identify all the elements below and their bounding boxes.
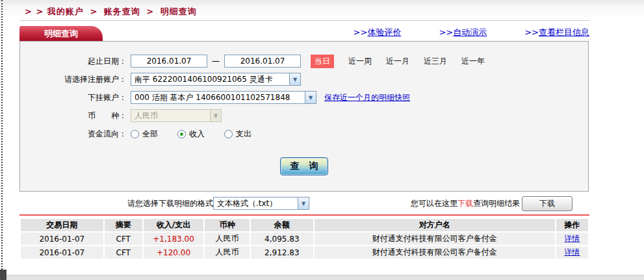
breadcrumb-account-query[interactable]: 账务查询 (104, 6, 140, 16)
table-top-divider (19, 214, 589, 216)
date-dash: — (212, 57, 220, 66)
flow-option-income[interactable]: 收入 (177, 129, 205, 140)
chevron-down-icon[interactable]: ▼ (305, 92, 316, 103)
cell-currency: 人民币 (205, 233, 249, 245)
quick-range-year[interactable]: 近一年 (461, 56, 485, 67)
radio-icon[interactable] (224, 130, 233, 138)
quick-range-quarter[interactable]: 近三月 (424, 56, 447, 67)
quick-range-month[interactable]: 近一月 (386, 56, 409, 67)
cell-date: 2016-01-07 (21, 246, 103, 259)
flow-option-expense[interactable]: 支出 (224, 129, 251, 140)
fund-flow-row: 资金流向： 全部 收入 支出 (20, 127, 588, 141)
page: > > 我的账户 > 账务查询 > 明细查询 明细查询 >>体验评价 >>自动演… (0, 0, 644, 280)
sub-account-row: 下挂账户： 000 活期 基本户 1406600101102571848 ▼ 保… (20, 90, 588, 105)
radio-icon[interactable] (177, 130, 186, 138)
currency-label: 币 种： (20, 110, 131, 121)
quick-range-week[interactable]: 近一周 (348, 56, 372, 67)
cell-date: 2016-01-07 (21, 233, 103, 245)
download-format-select[interactable]: 文本格式（.txt） ▼ (213, 197, 309, 210)
download-hint: 您可以在这里下载查询明细结果 下载 (411, 196, 573, 211)
tab-detail-query[interactable]: 明细查询 (19, 26, 103, 41)
left-dotted-border (1, 0, 3, 280)
quick-range-today[interactable]: 当日 (311, 55, 334, 68)
breadcrumb-my-account[interactable]: 我的账户 (47, 6, 84, 16)
date-from-input[interactable] (131, 55, 207, 68)
col-header-balance: 余额 (251, 219, 313, 231)
tab-row: 明细查询 >>体验评价 >>自动演示 >>查看栏目信息 (19, 26, 589, 41)
download-button[interactable]: 下载 (522, 196, 573, 211)
breadcrumb-divider (19, 20, 589, 21)
sub-account-select[interactable]: 000 活期 基本户 1406600101102571848 ▼ (131, 91, 316, 104)
breadcrumb-separator: > (146, 6, 154, 16)
query-button-row: 查 询 (20, 157, 588, 175)
date-range-label: 起止日期： (20, 56, 131, 67)
table-row: 2016-01-07 CFT +1,183.00 人民币 4,095.83 财付… (21, 233, 588, 245)
link-view-column-info[interactable]: >>查看栏目信息 (524, 27, 589, 38)
cell-amount: +120.00 (144, 246, 203, 259)
table-header-row: 交易日期 摘要 收入/支出 币种 余额 对方户名 操作 (21, 219, 588, 231)
query-form-panel: 起止日期： — 当日 近一周 近一月 近三月 近一年 请选择注册账户： 南平 6… (19, 41, 589, 192)
currency-row: 币 种： 人民币 ▼ (20, 108, 588, 123)
download-hint-link[interactable]: 下载 (457, 198, 473, 209)
col-header-date: 交易日期 (21, 219, 103, 231)
download-format-label: 请您选择下载明细的格式 (127, 198, 213, 209)
cell-summary: CFT (105, 233, 142, 245)
header-links: >>体验评价 >>自动演示 >>查看栏目信息 (316, 27, 589, 38)
register-account-label: 请选择注册账户： (20, 74, 131, 85)
link-experience-rating[interactable]: >>体验评价 (354, 27, 402, 38)
save-monthly-snapshot-link[interactable]: 保存近一个月的明细快照 (324, 92, 410, 103)
query-button[interactable]: 查 询 (280, 157, 328, 175)
radio-icon[interactable] (131, 130, 139, 138)
flow-option-all[interactable]: 全部 (131, 129, 158, 140)
table-row: 2016-01-07 CFT +120.00 人民币 2,912.83 财付通支… (21, 246, 588, 259)
transactions-table: 交易日期 摘要 收入/支出 币种 余额 对方户名 操作 2016-01-07 C… (19, 218, 589, 260)
cell-balance: 2,912.83 (251, 246, 313, 259)
date-to-input[interactable] (224, 55, 301, 68)
col-header-action: 操作 (556, 219, 588, 231)
breadcrumb-prefix: > > (25, 6, 44, 16)
currency-select: 人民币 ▼ (131, 109, 222, 122)
sub-account-label: 下挂账户： (20, 92, 131, 103)
chevron-down-icon[interactable]: ▼ (298, 197, 309, 209)
bottom-strip (0, 275, 644, 280)
breadcrumb-separator: > (90, 6, 97, 16)
bottom-left-frame-block (0, 270, 6, 280)
register-account-row: 请选择注册账户： 南平 6222001406100921065 灵通卡 ▼ (20, 72, 588, 86)
link-auto-demo[interactable]: >>自动演示 (439, 27, 487, 38)
cell-balance: 4,095.83 (251, 233, 313, 245)
detail-link[interactable]: 详情 (564, 234, 580, 243)
detail-link[interactable]: 详情 (564, 248, 580, 257)
fund-flow-label: 资金流向： (20, 129, 131, 140)
date-range-row: 起止日期： — 当日 近一周 近一月 近三月 近一年 (20, 54, 588, 68)
col-header-currency: 币种 (205, 219, 249, 231)
cell-amount: +1,183.00 (144, 233, 203, 245)
chevron-down-icon: ▼ (210, 110, 221, 121)
col-header-amount: 收入/支出 (144, 219, 203, 231)
cell-currency: 人民币 (205, 246, 249, 259)
col-header-summary: 摘要 (105, 219, 142, 231)
cell-counterparty: 财付通支付科技有限公司客户备付金 (315, 233, 555, 245)
col-header-counterparty: 对方户名 (315, 219, 555, 231)
breadcrumb-detail-query[interactable]: 明细查询 (161, 6, 197, 16)
cell-summary: CFT (105, 246, 142, 259)
download-row: 请您选择下载明细的格式 文本格式（.txt） ▼ 您可以在这里下载查询明细结果 … (19, 196, 589, 211)
chevron-down-icon[interactable]: ▼ (289, 73, 300, 85)
cell-counterparty: 财付通支付科技有限公司客户备付金 (315, 246, 555, 259)
breadcrumb: > > 我的账户 > 账务查询 > 明细查询 (25, 6, 197, 18)
register-account-select[interactable]: 南平 6222001406100921065 灵通卡 ▼ (131, 73, 301, 86)
